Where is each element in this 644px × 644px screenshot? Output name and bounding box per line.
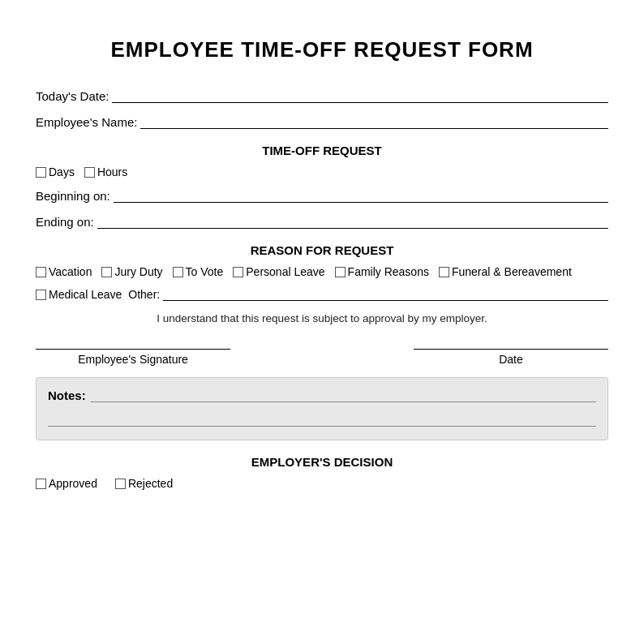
medical-other-row: Medical Leave Other: bbox=[36, 285, 608, 301]
employee-signature-line[interactable] bbox=[36, 349, 230, 350]
notes-line-2[interactable] bbox=[48, 410, 596, 427]
notes-label: Notes: bbox=[48, 389, 86, 402]
notes-top-row: Notes: bbox=[48, 386, 596, 402]
funeral-label: Funeral & Bereavement bbox=[452, 265, 572, 278]
rejected-checkbox-item[interactable]: Rejected bbox=[115, 477, 173, 490]
approved-checkbox[interactable] bbox=[36, 479, 46, 489]
employees-name-label: Employee's Name: bbox=[36, 115, 137, 129]
ending-on-input[interactable] bbox=[97, 211, 608, 229]
approved-rejected-row: Approved Rejected bbox=[36, 477, 608, 490]
ending-on-row: Ending on: bbox=[36, 211, 608, 229]
beginning-on-row: Beginning on: bbox=[36, 185, 608, 203]
to-vote-checkbox-item[interactable]: To Vote bbox=[173, 265, 224, 278]
jury-duty-checkbox[interactable] bbox=[101, 267, 112, 277]
medical-leave-checkbox[interactable] bbox=[36, 290, 46, 300]
date-label: Date bbox=[499, 353, 523, 366]
date-line[interactable] bbox=[414, 349, 608, 350]
employees-name-row: Employee's Name: bbox=[36, 111, 608, 129]
approved-checkbox-item[interactable]: Approved bbox=[36, 477, 97, 490]
signature-row: Employee's Signature Date bbox=[36, 349, 608, 366]
jury-duty-label: Jury Duty bbox=[114, 265, 162, 278]
vacation-label: Vacation bbox=[49, 265, 92, 278]
form-page: EMPLOYEE TIME-OFF REQUEST FORM Today's D… bbox=[0, 0, 644, 644]
beginning-on-input[interactable] bbox=[114, 185, 608, 203]
medical-leave-checkbox-item[interactable]: Medical Leave bbox=[36, 288, 122, 301]
disclaimer-text: I understand that this request is subjec… bbox=[36, 312, 608, 324]
page-title: EMPLOYEE TIME-OFF REQUEST FORM bbox=[36, 37, 608, 62]
days-checkbox[interactable] bbox=[36, 167, 46, 178]
medical-leave-label: Medical Leave bbox=[49, 288, 122, 301]
ending-on-label: Ending on: bbox=[36, 215, 94, 229]
family-reasons-checkbox[interactable] bbox=[335, 267, 346, 277]
days-checkbox-item[interactable]: Days bbox=[36, 165, 75, 178]
to-vote-label: To Vote bbox=[186, 265, 224, 278]
approved-label: Approved bbox=[49, 477, 97, 490]
days-hours-row: Days Hours bbox=[36, 165, 608, 178]
todays-date-row: Today's Date: bbox=[36, 85, 608, 103]
employers-decision-title: EMPLOYER'S DECISION bbox=[36, 455, 608, 469]
other-label: Other: bbox=[128, 288, 160, 301]
reasons-row-1: Vacation Jury Duty To Vote Personal Leav… bbox=[36, 265, 608, 278]
vacation-checkbox[interactable] bbox=[36, 267, 46, 277]
to-vote-checkbox[interactable] bbox=[173, 267, 183, 277]
reason-section-title: REASON FOR REQUEST bbox=[36, 243, 608, 257]
date-block: Date bbox=[414, 349, 608, 366]
personal-leave-checkbox[interactable] bbox=[233, 267, 243, 277]
family-reasons-label: Family Reasons bbox=[348, 265, 429, 278]
rejected-label: Rejected bbox=[128, 477, 173, 490]
timeoff-section-title: TIME-OFF REQUEST bbox=[36, 144, 608, 157]
other-input[interactable] bbox=[163, 285, 608, 301]
employees-name-input[interactable] bbox=[140, 111, 608, 129]
hours-checkbox[interactable] bbox=[84, 167, 95, 178]
hours-label: Hours bbox=[97, 165, 127, 178]
beginning-on-label: Beginning on: bbox=[36, 189, 110, 203]
notes-box: Notes: bbox=[36, 377, 608, 440]
family-reasons-checkbox-item[interactable]: Family Reasons bbox=[335, 265, 429, 278]
personal-leave-checkbox-item[interactable]: Personal Leave bbox=[233, 265, 324, 278]
personal-leave-label: Personal Leave bbox=[246, 265, 324, 278]
employers-decision-section: EMPLOYER'S DECISION Approved Rejected bbox=[36, 455, 608, 490]
todays-date-input[interactable] bbox=[112, 85, 608, 103]
rejected-checkbox[interactable] bbox=[115, 479, 126, 489]
hours-checkbox-item[interactable]: Hours bbox=[84, 165, 127, 178]
vacation-checkbox-item[interactable]: Vacation bbox=[36, 265, 92, 278]
jury-duty-checkbox-item[interactable]: Jury Duty bbox=[101, 265, 162, 278]
funeral-checkbox-item[interactable]: Funeral & Bereavement bbox=[439, 265, 572, 278]
employee-signature-block: Employee's Signature bbox=[36, 349, 230, 366]
days-label: Days bbox=[49, 165, 75, 178]
employee-signature-label: Employee's Signature bbox=[78, 353, 188, 366]
notes-line-1[interactable] bbox=[91, 386, 596, 402]
todays-date-label: Today's Date: bbox=[36, 89, 109, 103]
funeral-checkbox[interactable] bbox=[439, 267, 449, 277]
